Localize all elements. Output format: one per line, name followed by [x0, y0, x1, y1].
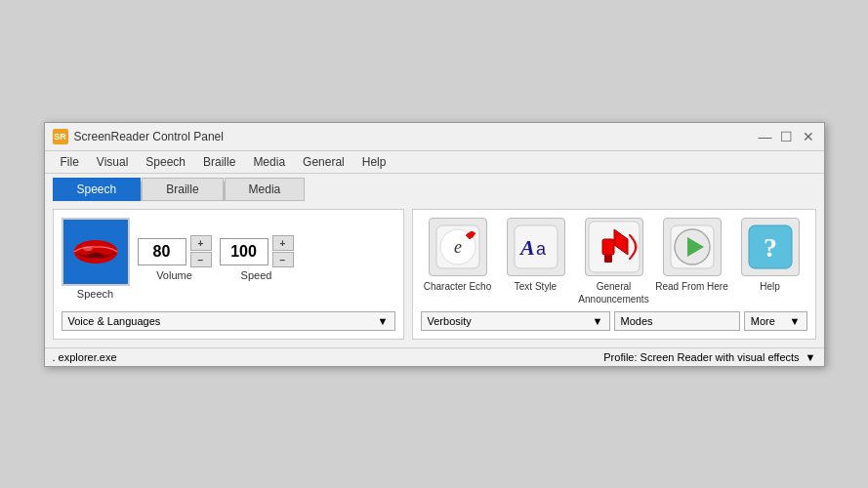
title-controls: — ☐ ✕ — [758, 129, 816, 144]
menu-general[interactable]: General — [295, 153, 352, 171]
voice-dropdown-row: Voice & Languages ▼ — [62, 311, 395, 331]
menu-braille[interactable]: Braille — [195, 153, 243, 171]
volume-spin: + − — [190, 235, 212, 267]
text-style-button[interactable]: A a — [507, 218, 565, 276]
svg-rect-11 — [602, 239, 614, 255]
text-style-icon: A a — [513, 224, 559, 270]
announcements-label: General Announcements — [577, 280, 651, 305]
right-panel: e Character Echo A a — [412, 209, 816, 340]
modes-col: Modes — [614, 311, 740, 331]
svg-point-6 — [470, 231, 474, 235]
menu-speech[interactable]: Speech — [138, 153, 193, 171]
speech-control-col: Speech — [62, 218, 130, 300]
status-right: Profile: Screen Reader with visual effec… — [603, 351, 815, 363]
play-icon — [669, 224, 716, 270]
read-from-here-label: Read From Here — [655, 280, 727, 293]
voice-dropdown-arrow-icon: ▼ — [378, 315, 389, 327]
tab-braille[interactable]: Braille — [142, 178, 223, 201]
svg-rect-12 — [604, 255, 612, 263]
menu-help[interactable]: Help — [354, 153, 394, 171]
svg-point-1 — [83, 246, 93, 251]
window-title: ScreenReader Control Panel — [74, 130, 224, 143]
svg-text:a: a — [536, 239, 547, 259]
volume-control-col: 80 + − Volume — [138, 235, 212, 281]
announcements-icon — [587, 220, 641, 274]
tab-speech[interactable]: Speech — [53, 178, 142, 201]
text-style-label: Text Style — [515, 280, 557, 293]
read-from-here-col: Read From Here — [655, 218, 729, 293]
status-process: . explorer.exe — [53, 351, 117, 363]
bottom-row: Verbosity ▼ Modes More ▼ — [421, 311, 807, 331]
speed-group: 100 + − — [220, 235, 294, 267]
more-button[interactable]: More ▼ — [744, 311, 807, 331]
volume-up-button[interactable]: + — [190, 235, 212, 251]
svg-point-0 — [73, 240, 117, 264]
speed-down-button[interactable]: − — [272, 252, 294, 267]
speed-control-col: 100 + − Speed — [220, 235, 294, 281]
help-button[interactable]: ? — [741, 218, 800, 276]
char-echo-label: Character Echo — [424, 280, 491, 293]
title-bar: SR ScreenReader Control Panel — ☐ ✕ — [45, 123, 824, 151]
status-bar: . explorer.exe Profile: Screen Reader wi… — [45, 347, 824, 366]
main-content: Speech 80 + − Volume 10 — [45, 201, 824, 347]
speech-label: Speech — [77, 288, 113, 300]
verbosity-col: Verbosity ▼ — [421, 311, 610, 331]
announcements-col: General Announcements — [577, 218, 651, 305]
profile-label: Profile: Screen Reader with visual effec… — [603, 351, 799, 363]
read-from-here-button[interactable] — [663, 218, 722, 276]
menu-bar: File Visual Speech Braille Media General… — [45, 151, 824, 174]
voice-dropdown-button[interactable]: Voice & Languages ▼ — [62, 311, 395, 331]
voice-dropdown-label: Voice & Languages — [68, 315, 161, 327]
speed-display: 100 — [220, 238, 269, 265]
volume-group: 80 + − — [138, 235, 212, 267]
verbosity-arrow-icon: ▼ — [593, 315, 603, 327]
help-col: ? Help — [733, 218, 807, 293]
speed-spin: + − — [272, 235, 294, 267]
lips-svg — [72, 236, 119, 267]
speed-label: Speed — [241, 269, 272, 281]
more-col: More ▼ — [744, 311, 807, 331]
icon-buttons-row: e Character Echo A a — [421, 218, 807, 307]
svg-text:e: e — [454, 237, 462, 257]
volume-display: 80 — [138, 238, 186, 265]
maximize-button[interactable]: ☐ — [779, 129, 795, 144]
more-label: More — [751, 315, 775, 327]
char-echo-icon: e — [434, 224, 481, 270]
tabs-bar: Speech Braille Media — [45, 174, 824, 201]
help-icon: ? — [747, 224, 794, 270]
tab-media[interactable]: Media — [225, 178, 306, 201]
modes-button[interactable]: Modes — [614, 311, 740, 331]
app-icon: SR — [53, 129, 68, 144]
menu-visual[interactable]: Visual — [89, 153, 136, 171]
volume-down-button[interactable]: − — [190, 252, 212, 267]
svg-text:A: A — [518, 235, 535, 260]
volume-label: Volume — [156, 269, 192, 281]
char-echo-col: e Character Echo — [421, 218, 495, 293]
close-button[interactable]: ✕ — [801, 129, 816, 144]
profile-arrow-icon: ▼ — [806, 351, 816, 363]
left-panel: Speech 80 + − Volume 10 — [53, 209, 404, 340]
main-window: SR ScreenReader Control Panel — ☐ ✕ File… — [44, 122, 825, 367]
title-bar-left: SR ScreenReader Control Panel — [53, 129, 224, 144]
verbosity-label: Verbosity — [428, 315, 472, 327]
menu-file[interactable]: File — [53, 153, 87, 171]
menu-media[interactable]: Media — [245, 153, 293, 171]
verbosity-dropdown-button[interactable]: Verbosity ▼ — [421, 311, 610, 331]
speed-up-button[interactable]: + — [272, 235, 294, 251]
character-echo-button[interactable]: e — [429, 218, 487, 276]
more-arrow-icon: ▼ — [790, 315, 801, 327]
help-label: Help — [760, 280, 780, 293]
modes-label: Modes — [621, 315, 653, 327]
speech-icon-box[interactable] — [62, 218, 130, 286]
svg-point-2 — [88, 252, 103, 257]
svg-text:?: ? — [764, 232, 777, 263]
general-announcements-button[interactable] — [585, 218, 643, 276]
minimize-button[interactable]: — — [758, 129, 773, 144]
text-style-col: A a Text Style — [499, 218, 573, 293]
controls-row: Speech 80 + − Volume 10 — [62, 218, 395, 300]
